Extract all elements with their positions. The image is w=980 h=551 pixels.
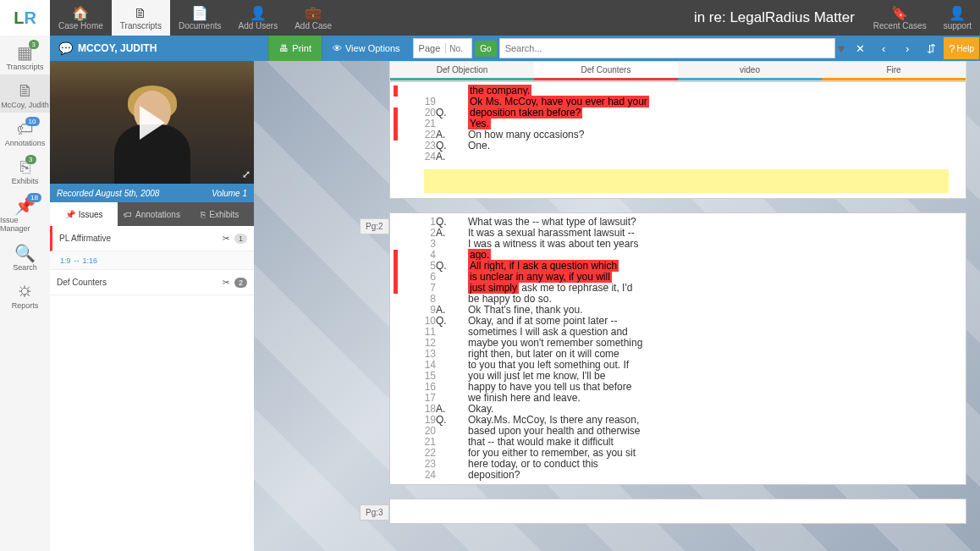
main-content: Def Objection Def Counters video Fire 19…	[254, 61, 980, 551]
document-icon: 📄	[191, 6, 208, 21]
rail-transcripts[interactable]: ▦3Transcripts	[0, 36, 50, 74]
transcript-page: Pg:3	[389, 499, 966, 524]
user-circle-icon: 👤	[949, 5, 966, 21]
scissors-icon: ✂	[223, 234, 229, 243]
sort-icon: ⇵	[927, 42, 936, 55]
sub-header: 💬MCCOY, JUDITH 🖶Print 👁View Options Page…	[50, 36, 980, 61]
nav-transcripts[interactable]: 🗎Transcripts	[112, 0, 170, 36]
top-navbar: LR 🏠Case Home 🗎Transcripts 📄Documents 👤A…	[0, 0, 980, 36]
cat-def-counters[interactable]: Def Counters	[534, 62, 678, 80]
exhibit-icon: ⎘	[201, 210, 206, 219]
nav-case-home[interactable]: 🏠Case Home	[50, 0, 112, 36]
transcript-line[interactable]: here today, or to conduct this	[468, 459, 955, 470]
rail-exhibits[interactable]: ⎘3Exhibits	[0, 151, 50, 189]
issue-pl-affirmative[interactable]: PL Affirmative ✂1	[50, 226, 254, 251]
transcript-line[interactable]: we finish here and leave.	[468, 393, 955, 404]
transcript-body[interactable]: 1 2 3 4 5 6 7 8 9 10 11 12 13 14 15 16 1…	[390, 213, 966, 484]
play-icon[interactable]	[140, 106, 165, 140]
bookmark-icon: 🔖	[891, 5, 908, 21]
tag-icon: 🏷	[124, 210, 132, 219]
tab-issues[interactable]: 📌Issues	[50, 202, 118, 226]
transcript-line[interactable]: On how many occasions?	[468, 129, 955, 141]
recent-cases[interactable]: 🔖Recent Cases	[865, 3, 935, 32]
transcript-scroll[interactable]: Def Objection Def Counters video Fire 19…	[254, 61, 980, 551]
transcript-page: 19 20 21 22 23 24 Q. A. Q. A. the compan…	[389, 81, 966, 199]
search-input[interactable]	[499, 38, 836, 58]
search-icon: 🔍	[14, 243, 36, 263]
logo[interactable]: LR	[0, 0, 50, 36]
home-icon: 🏠	[72, 6, 89, 21]
side-tabs: 📌Issues 🏷Annotations ⎘Exhibits	[50, 202, 254, 226]
witness-name: 💬MCCOY, JUDITH	[50, 41, 165, 55]
help-icon: ?	[949, 42, 955, 55]
chevron-right-icon: ›	[906, 42, 909, 55]
tab-annotations[interactable]: 🏷Annotations	[118, 202, 185, 226]
category-tabs: Def Objection Def Counters video Fire	[389, 61, 966, 81]
cat-fire[interactable]: Fire	[822, 62, 966, 80]
rail-annotations[interactable]: 🏷10Annotations	[0, 113, 50, 151]
video-info: Recorded August 5th, 2008Volume 1	[50, 184, 254, 202]
help-button[interactable]: ?Help	[944, 37, 979, 59]
transcript-body[interactable]	[390, 499, 966, 506]
transcript-line[interactable]: deposition?	[468, 470, 955, 481]
nav-documents[interactable]: 📄Documents	[170, 0, 230, 36]
annotation-note[interactable]	[424, 169, 949, 193]
cat-def-objection[interactable]: Def Objection	[390, 62, 534, 80]
support-menu[interactable]: 👤support	[935, 3, 980, 32]
exhibit-icon: ⎘3	[20, 157, 30, 177]
search-dropdown[interactable]: ▾	[838, 41, 845, 57]
reports-icon: ⛭	[17, 282, 34, 301]
transcript-icon: 🗎	[134, 6, 147, 21]
tab-exhibits[interactable]: ⎘Exhibits	[186, 202, 254, 226]
rail-witness[interactable]: 🗎McCoy, Judith	[0, 74, 50, 113]
prev-button[interactable]: ‹	[873, 37, 895, 59]
transcript-line[interactable]: I was a witness it was about ten years	[468, 239, 955, 250]
scissors-icon: ✂	[223, 278, 229, 287]
search-wrap	[499, 38, 836, 58]
close-icon: ✕	[856, 42, 865, 55]
page-label: Pg:2	[360, 218, 389, 234]
briefcase-icon: 💼	[305, 6, 322, 21]
left-rail: ▦3Transcripts 🗎McCoy, Judith 🏷10Annotati…	[0, 36, 50, 551]
pin-icon: 📌	[65, 210, 75, 219]
transcript-page: Pg:2 1 2 3 4 5 6 7 8 9 10 11 12 13 14 15…	[389, 212, 966, 485]
tag-icon: 🏷10	[17, 119, 34, 139]
view-options-button[interactable]: 👁View Options	[322, 36, 410, 61]
expand-icon[interactable]: ⤢	[242, 168, 251, 180]
rail-issue-manager[interactable]: 📌18Issue Manager	[0, 189, 50, 236]
pin-icon: 📌18	[14, 196, 36, 216]
page-label: Pg:3	[360, 504, 389, 521]
transcript-line[interactable]: deposition taken before?	[468, 107, 955, 118]
rail-reports[interactable]: ⛭Reports	[0, 275, 50, 313]
grid-icon: ▦3	[17, 42, 33, 63]
issue-range[interactable]: 1:9 ↔ 1:16	[50, 251, 254, 270]
print-icon: 🖶	[279, 43, 289, 53]
video-player[interactable]: ⤢	[50, 61, 254, 184]
eye-icon: 👁	[333, 43, 342, 53]
user-icon: 👤	[250, 6, 267, 21]
go-button[interactable]: Go	[475, 41, 496, 57]
transcript-line[interactable]: One.	[468, 141, 955, 152]
close-button[interactable]: ✕	[849, 37, 871, 59]
transcript-icon: 🗎	[17, 81, 34, 101]
page-jump: Page	[413, 38, 473, 58]
nav-add-users[interactable]: 👤Add Users	[229, 0, 286, 36]
nav-add-case[interactable]: 💼Add Case	[286, 0, 340, 36]
transcript-body[interactable]: 19 20 21 22 23 24 Q. A. Q. A. the compan…	[390, 82, 966, 166]
side-panel: ⤢ Recorded August 5th, 2008Volume 1 📌Iss…	[50, 61, 254, 551]
chevron-left-icon: ‹	[882, 42, 885, 55]
next-button[interactable]: ›	[896, 37, 918, 59]
print-button[interactable]: 🖶Print	[268, 36, 322, 61]
rail-search[interactable]: 🔍Search	[0, 236, 50, 275]
sort-button[interactable]: ⇵	[920, 37, 942, 59]
issue-def-counters[interactable]: Def Counters ✂2	[50, 270, 254, 295]
chat-icon: 💬	[58, 41, 73, 55]
page-input[interactable]	[446, 44, 471, 53]
cat-video[interactable]: video	[678, 62, 822, 80]
matter-title: in re: LegalRadius Matter	[694, 9, 865, 26]
